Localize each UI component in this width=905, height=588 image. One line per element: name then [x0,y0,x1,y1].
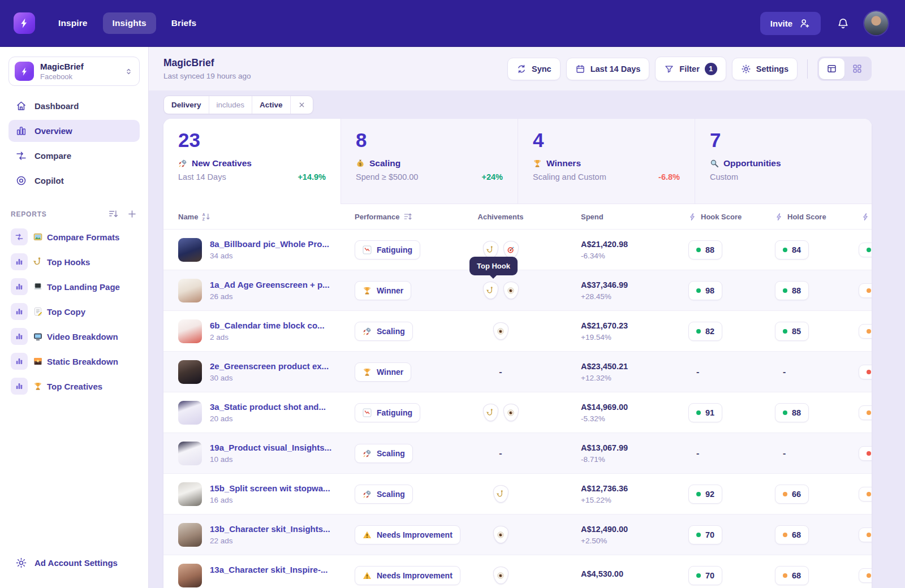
stat-winners[interactable]: 4 Winners Scaling and Custom-6.8% [518,119,695,204]
table-row[interactable]: 1a_Ad Age Greenscreen + p...26 ads Winne… [163,270,872,310]
user-avatar[interactable] [864,11,888,35]
sync-button[interactable]: Sync [507,58,561,80]
ad-thumbnail[interactable] [178,523,202,547]
account-switcher[interactable]: MagicBrief Facebook [8,57,140,86]
add-report-icon[interactable] [127,209,137,219]
report-item-top-copy[interactable]: Top Copy [8,301,140,322]
achievement-top-hook-badge[interactable] [483,282,498,299]
ad-name[interactable]: 8a_Billboard pic_Whole Pro... [210,239,329,249]
table-row[interactable]: 15b_Split screen wit stopwa...16 ads Sca… [163,473,872,514]
settings-button[interactable]: Settings [732,58,798,80]
achievement-top-hook-badge[interactable] [483,404,498,421]
ad-name[interactable]: 6b_Calendar time block co... [210,321,325,330]
report-item-compare-formats[interactable]: Compare Formats [8,226,140,248]
table-row[interactable]: 6b_Calendar time block co...2 ads Scalin… [163,310,872,351]
ad-name[interactable]: 13a_Character skit_Inspire-... [210,565,327,574]
table-row[interactable]: 13b_Character skit_Insights...22 ads Nee… [163,514,872,555]
table-row[interactable]: 19a_Product visual_Insights...10 ads Sca… [163,433,872,473]
performance-badge[interactable]: Scaling [355,485,413,504]
performance-label: Scaling [377,327,405,336]
table-row[interactable]: 8a_Billboard pic_Whole Pro...34 ads Fati… [163,229,872,270]
sidebar-item-dashboard[interactable]: Dashboard [8,95,140,117]
performance-badge[interactable]: Scaling [355,444,413,463]
stat-opportunities[interactable]: 7 Opportunities Custom [695,119,872,204]
sort-reports-icon[interactable] [108,209,119,219]
date-range-button[interactable]: Last 14 Days [566,58,650,80]
achievement-top-hook-badge[interactable] [493,485,508,503]
ad-count: 16 ads [210,496,330,504]
filter-button[interactable]: Filter 1 [655,57,726,81]
tab-briefs[interactable]: Briefs [162,12,206,34]
achievement-eye-badge[interactable] [493,322,508,340]
sidebar-item-compare[interactable]: Compare [8,145,140,167]
column-hook-score[interactable]: Hook Score [688,213,775,221]
home-icon [15,100,27,112]
ad-name[interactable]: 3a_Static product shot and... [210,402,326,412]
performance-badge[interactable]: Fatiguing [355,240,420,260]
ad-thumbnail[interactable] [178,279,202,302]
achievement-eye-badge[interactable] [493,567,508,584]
performance-badge[interactable]: Needs Improvement [355,566,460,585]
filter-chip-field[interactable]: Delivery [164,96,209,114]
tab-insights[interactable]: Insights [103,12,156,34]
close-icon[interactable] [291,96,313,114]
invite-button[interactable]: Invite [760,12,821,35]
performance-badge[interactable]: Winner [355,281,411,300]
achievement-eye-badge[interactable] [503,404,519,421]
column-spend[interactable]: Spend [558,213,688,221]
sidebar-item-overview[interactable]: Overview [8,120,140,142]
column-achievements[interactable]: Achivements [468,213,558,221]
table-row[interactable]: 13a_Character skit_Inspire-... Needs Imp… [163,555,872,588]
column-extra-score[interactable] [854,213,872,221]
column-performance[interactable]: Performance [355,212,468,221]
ad-thumbnail[interactable] [178,360,202,384]
achievement-eye-badge[interactable] [493,526,508,543]
sidebar-item-copilot[interactable]: Copilot [8,170,140,192]
ad-thumbnail[interactable] [178,482,202,506]
ad-name[interactable]: 2e_Greenscreen product ex... [210,361,329,371]
score-dot [696,573,701,578]
ad-thumbnail[interactable] [178,319,202,343]
table-view-button[interactable] [819,58,844,79]
ad-name[interactable]: 15b_Split screen wit stopwa... [210,483,330,493]
performance-badge[interactable]: Winner [355,362,411,382]
gear-icon [741,64,751,74]
ad-thumbnail[interactable] [178,401,202,425]
spend-value: A$4,530.00 [581,569,688,578]
table-row[interactable]: 3a_Static product shot and...20 ads Fati… [163,392,872,433]
magicbrief-logo[interactable] [14,12,35,34]
report-item-top-landing-page[interactable]: Top Landing Page [8,276,140,297]
table-row[interactable]: 2e_Greenscreen product ex...30 ads Winne… [163,351,872,392]
report-item-top-hooks[interactable]: Top Hooks [8,251,140,273]
ad-thumbnail[interactable] [178,564,202,587]
filter-chip-value[interactable]: Active [252,96,291,114]
stat-new-creatives[interactable]: 23 New Creatives Last 14 Days+14.9% [163,119,341,204]
tab-inspire[interactable]: Inspire [49,12,97,34]
ad-name[interactable]: 1a_Ad Age Greenscreen + p... [210,280,330,289]
ad-thumbnail[interactable] [178,442,202,465]
ad-thumbnail[interactable] [178,238,202,262]
grid-view-button[interactable] [844,58,870,79]
ad-name[interactable]: 19a_Product visual_Insights... [210,443,331,452]
content-area: 23 New Creatives Last 14 Days+14.9% 8 $S… [149,119,905,588]
stat-scaling[interactable]: 8 $Scaling Spend ≥ $500.00+24% [341,119,518,204]
achievement-top-hook-badge[interactable] [483,241,498,258]
performance-badge[interactable]: Needs Improvement [355,525,460,544]
performance-label: Needs Improvement [377,530,453,539]
achievement-eye-badge[interactable] [503,282,519,299]
funnel-icon [664,64,674,74]
report-item-video-breakdown[interactable]: Video Breakdown [8,326,140,347]
score-dot [867,492,871,496]
achievement-target-badge[interactable] [503,241,519,258]
column-hold-score[interactable]: Hold Score [775,213,854,221]
ad-account-settings-button[interactable]: Ad Account Settings [8,552,140,573]
stat-sub: Last 14 Days [178,172,226,181]
bell-icon[interactable] [837,17,850,30]
report-item-top-creatives[interactable]: Top Creatives [8,375,140,397]
filter-chip-operator[interactable]: includes [209,96,253,114]
column-name[interactable]: NameAZ [163,212,355,221]
report-item-static-breakdown[interactable]: Static Breakdown [8,351,140,372]
performance-badge[interactable]: Scaling [355,322,413,341]
performance-badge[interactable]: Fatiguing [355,403,420,422]
ad-name[interactable]: 13b_Character skit_Insights... [210,524,330,534]
